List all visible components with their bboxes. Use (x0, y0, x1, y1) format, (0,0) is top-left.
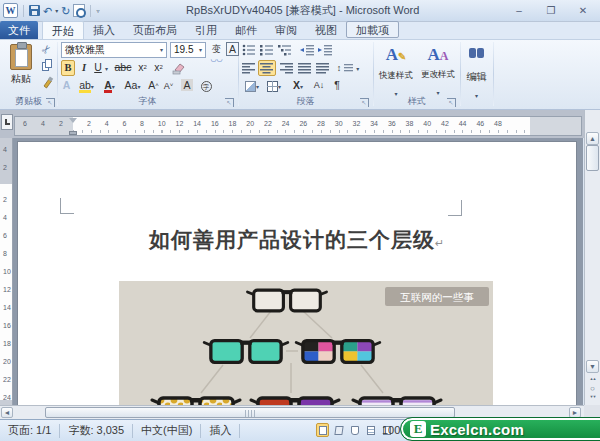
tab-stop-selector[interactable] (1, 114, 13, 130)
subscript-button[interactable]: x2 (135, 60, 150, 76)
tab-view[interactable]: 视图 (306, 21, 346, 39)
align-center-button[interactable] (258, 60, 276, 76)
chevron-down-icon[interactable]: ▾ (112, 84, 115, 90)
font-size-combo[interactable]: 19.5 ▾ (170, 42, 206, 58)
editing-button[interactable]: 编辑 ▾ (460, 44, 493, 102)
enclose-characters-button[interactable]: 字 (198, 78, 214, 94)
horizontal-scroll-thumb[interactable] (45, 407, 455, 418)
chevron-down-icon[interactable]: ▾ (475, 93, 478, 99)
document-image[interactable]: 互联网的一些事 (119, 281, 493, 405)
format-painter-icon[interactable] (41, 76, 54, 89)
fullscreen-reading-view-button[interactable] (332, 423, 345, 437)
tab-home[interactable]: 开始 (42, 21, 84, 39)
align-left-icon[interactable] (242, 62, 256, 74)
paste-button[interactable]: 粘贴 ▾ (6, 42, 36, 94)
underline-button[interactable]: U (92, 60, 104, 76)
italic-button[interactable]: I (78, 60, 90, 76)
vertical-scrollbar[interactable]: ▲ ▼ ○ ▼▼ (584, 110, 600, 405)
distribute-icon[interactable] (316, 62, 330, 74)
document-page[interactable]: 如何善用产品设计的三个层级↵ (17, 141, 577, 405)
character-shading-button[interactable]: A (179, 78, 195, 94)
word-count[interactable]: 字数: 3,035 (60, 423, 132, 438)
print-layout-view-button[interactable] (316, 423, 329, 437)
ribbon-tab-row: 文件 开始 插入 页面布局 引用 邮件 审阅 视图 加載项 (0, 22, 600, 40)
outline-view-button[interactable] (364, 423, 377, 437)
tab-page-layout[interactable]: 页面布局 (124, 21, 186, 39)
change-styles-icon: AA (417, 42, 459, 69)
justify-icon[interactable] (298, 62, 312, 74)
change-case-button[interactable]: Aa▾ (122, 78, 143, 94)
tab-add-ins[interactable]: 加載项 (346, 21, 399, 38)
undo-icon[interactable]: ↶ (43, 4, 52, 18)
ruler-number: 32 (353, 120, 361, 127)
font-name-combo[interactable]: 微软雅黑 ▾ (61, 42, 167, 58)
highlight-color-button[interactable]: ab▾ (76, 78, 97, 94)
superscript-button[interactable]: x2 (151, 60, 166, 76)
close-button[interactable]: ✕ (570, 3, 596, 18)
redo-icon[interactable]: ↻ (61, 4, 70, 18)
chevron-down-icon[interactable]: ▾ (356, 66, 359, 72)
grow-font-button[interactable]: A˄ (146, 78, 161, 94)
save-icon[interactable] (29, 5, 40, 16)
align-right-icon[interactable] (280, 62, 294, 74)
page-indicator[interactable]: 页面: 1/1 (0, 423, 59, 438)
chevron-down-icon[interactable]: ▾ (199, 43, 202, 57)
sort-button[interactable]: A↓ (310, 78, 328, 94)
language-indicator[interactable]: 中文(中国) (133, 423, 200, 438)
chevron-down-icon[interactable]: ▾ (137, 84, 140, 90)
scroll-left-button[interactable]: ◄ (1, 407, 13, 418)
multilevel-list-icon[interactable] (278, 44, 293, 56)
shrink-font-button[interactable]: A˅ (161, 78, 176, 94)
font-color-button[interactable]: A▾ (99, 78, 120, 94)
styles-dialog-launcher-icon[interactable]: ↘ (447, 98, 456, 107)
chevron-down-icon[interactable]: ▾ (300, 84, 303, 90)
line-spacing-button[interactable]: ↕ ▾ (336, 60, 360, 76)
quick-styles-button[interactable]: A✎ 快速样式 ▾ (375, 42, 417, 94)
shading-button[interactable]: ▾ (242, 78, 262, 94)
bold-button[interactable]: B (61, 60, 75, 76)
tab-file[interactable]: 文件 (0, 21, 38, 39)
chevron-down-icon[interactable]: ▾ (256, 84, 259, 90)
underline-dropdown-icon[interactable]: ▾ (105, 65, 108, 72)
phonetic-guide-button[interactable]: 变 ◡◡ (209, 41, 224, 57)
word-logo-icon[interactable]: W (3, 3, 18, 18)
bullets-icon[interactable] (242, 44, 257, 56)
undo-dropdown-icon[interactable]: ▾ (55, 7, 58, 14)
increase-indent-icon[interactable] (318, 44, 333, 56)
borders-button[interactable]: ▾ (264, 78, 284, 94)
strikethrough-button[interactable]: abc (113, 60, 133, 76)
numbering-icon[interactable] (260, 44, 275, 56)
tab-references[interactable]: 引用 (186, 21, 226, 39)
maximize-button[interactable]: ❐ (538, 3, 564, 18)
tab-mailings[interactable]: 邮件 (226, 21, 266, 39)
chevron-down-icon[interactable]: ▾ (91, 84, 94, 90)
ruler-number: 30 (335, 120, 343, 127)
zoom-level[interactable]: 100 (382, 424, 400, 436)
decrease-indent-icon[interactable] (300, 44, 315, 56)
tab-review[interactable]: 审阅 (266, 21, 306, 39)
cut-icon[interactable]: ✂ (39, 42, 55, 57)
insert-mode-indicator[interactable]: 插入 (201, 423, 239, 438)
minimize-button[interactable]: ‒ (506, 3, 532, 18)
tab-insert[interactable]: 插入 (84, 21, 124, 39)
print-preview-icon[interactable] (73, 4, 85, 17)
web-layout-view-button[interactable] (348, 423, 361, 437)
chevron-down-icon[interactable]: ▾ (160, 43, 163, 57)
show-marks-button[interactable]: ¶ (330, 78, 344, 94)
change-styles-button[interactable]: AA 更改样式 ▾ (417, 42, 459, 94)
asian-layout-button[interactable]: X▾ (288, 78, 308, 94)
paragraph-dialog-launcher-icon[interactable]: ↘ (360, 98, 369, 107)
left-indent-marker[interactable] (69, 131, 77, 135)
vertical-scroll-thumb[interactable] (586, 145, 599, 171)
scroll-down-button[interactable]: ▼ (586, 360, 599, 373)
scroll-up-button[interactable]: ▲ (586, 132, 599, 145)
font-dialog-launcher-icon[interactable]: ↘ (225, 98, 234, 107)
clipboard-dialog-launcher-icon[interactable]: ↘ (46, 98, 55, 107)
document-title[interactable]: 如何善用产品设计的三个层级↵ (18, 226, 576, 254)
chevron-down-icon[interactable]: ▾ (278, 84, 281, 90)
document-title-text: 如何善用产品设计的三个层级 (149, 228, 435, 251)
clear-formatting-icon[interactable] (171, 61, 187, 75)
ruler-number: 44 (459, 120, 467, 127)
first-line-indent-marker[interactable] (69, 118, 77, 123)
text-effects-button[interactable]: A (59, 78, 74, 94)
